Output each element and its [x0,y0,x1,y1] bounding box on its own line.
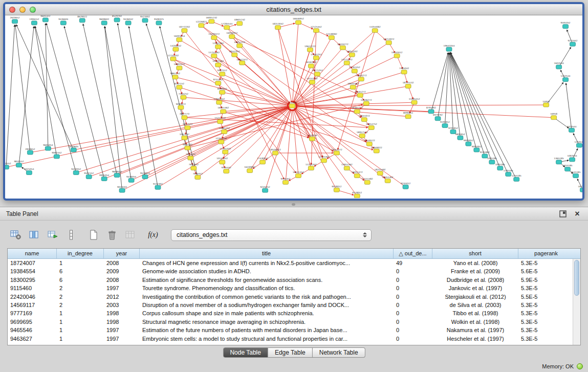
graph-node[interactable] [199,24,204,28]
graph-node[interactable] [340,46,345,50]
graph-node[interactable] [428,110,434,114]
cell-year[interactable]: 1997 [104,335,140,343]
graph-node[interactable] [349,53,355,57]
graph-node[interactable] [354,194,360,198]
cell-short[interactable]: Stergiakouli et al. (2012) [432,293,518,301]
panel-splitter[interactable] [0,201,588,207]
cell-name[interactable]: 22420046 [8,293,57,301]
graph-node[interactable] [128,178,134,182]
cell-pagerank[interactable]: 5.3E-5 [518,301,573,309]
graph-node[interactable] [114,18,120,22]
graph-node[interactable] [170,57,176,61]
memory-indicator[interactable] [577,363,583,369]
graph-node[interactable] [211,54,217,58]
network-canvas[interactable]: 1724092620652190655296053229436604862902… [5,15,582,198]
graph-node[interactable] [273,151,278,155]
graph-node[interactable] [401,70,407,74]
table-scrollbar-thumb[interactable] [574,260,579,296]
close-panel-icon[interactable]: × [573,209,582,218]
tab-network-table[interactable]: Network Table [313,347,365,358]
cell-out-degree[interactable]: 0 [394,267,432,275]
graph-node[interactable] [31,21,37,25]
cell-pagerank[interactable]: 5.5E-5 [518,293,573,301]
graph-node[interactable] [580,188,582,192]
graph-node[interactable] [142,18,148,23]
graph-node[interactable] [195,175,201,179]
graph-node[interactable] [506,172,511,177]
graph-node[interactable] [247,169,253,173]
graph-node[interactable] [359,134,365,138]
cell-out-degree[interactable]: 0 [394,326,432,334]
graph-node[interactable] [565,167,571,171]
cell-pagerank[interactable]: 5.3E-5 [518,259,573,267]
graph-node[interactable] [182,29,187,33]
cell-short[interactable]: Franke et al. (2009) [432,267,518,275]
graph-node[interactable] [185,146,190,150]
cell-year[interactable]: 2012 [104,293,140,301]
cell-pagerank[interactable]: 5.3E-5 [518,318,573,326]
graph-node[interactable] [5,165,9,169]
cell-year[interactable]: 1997 [104,284,140,292]
graph-node[interactable] [489,160,495,164]
table-row[interactable]: 14569117 2 2003 Disruption of a novel me… [8,301,573,309]
graph-node[interactable] [366,142,372,146]
graph-node[interactable] [209,19,214,24]
graph-node[interactable] [215,63,221,67]
cell-in-degree[interactable]: 2 [57,284,104,292]
table-row[interactable]: 9699695 1 1998 Structural magnetic reson… [8,318,573,326]
graph-node[interactable] [260,160,266,164]
cell-year[interactable]: 2009 [104,267,140,275]
graph-node[interactable] [16,163,21,167]
cell-name[interactable]: 18724007 [8,259,57,267]
graph-node[interactable] [215,45,221,49]
graph-node[interactable] [125,21,131,25]
graph-node[interactable] [182,136,187,140]
cell-name[interactable]: 9699695 [8,318,57,326]
graph-node[interactable] [101,177,107,181]
graph-node[interactable] [329,36,334,40]
graph-node[interactable] [543,103,549,107]
graph-node[interactable] [308,64,314,68]
graph-node[interactable] [497,166,503,170]
graph-node[interactable] [26,171,32,175]
graph-node[interactable] [177,38,182,42]
graph-node[interactable] [232,53,237,57]
cell-pagerank[interactable]: 5.3E-5 [518,326,573,334]
tab-edge-table[interactable]: Edge Table [268,347,313,358]
graph-node[interactable] [223,150,228,154]
graph-node[interactable] [290,104,295,108]
graph-node[interactable] [374,149,379,153]
graph-node[interactable] [177,85,182,89]
table-row[interactable]: 18300295 6 2008 Estimation of significan… [8,276,573,284]
cell-out-degree[interactable]: 0 [394,335,432,343]
table-row[interactable]: 9463627 1 1997 Embryonic stem cells: a m… [8,335,573,343]
column-header-year[interactable]: year [104,249,140,258]
graph-node[interactable] [263,188,268,192]
graph-node[interactable] [466,142,471,146]
graph-node[interactable] [173,47,179,51]
tab-node-table[interactable]: Node Table [223,347,268,358]
cell-in-degree[interactable]: 1 [57,318,104,326]
graph-node[interactable] [229,35,235,39]
graph-node[interactable] [446,47,452,51]
graph-node[interactable] [237,43,243,48]
graph-node[interactable] [224,26,230,30]
graph-node[interactable] [45,146,51,150]
graph-node[interactable] [42,18,48,22]
graph-node[interactable] [411,100,417,104]
graph-node[interactable] [372,29,378,33]
graph-node[interactable] [357,93,363,97]
graph-node[interactable] [474,148,480,152]
graph-node[interactable] [71,148,76,152]
import-table-icon[interactable] [123,228,138,242]
graph-node[interactable] [569,128,575,133]
graph-node[interactable] [563,78,569,82]
graph-node[interactable] [188,156,193,160]
graph-node[interactable] [551,116,557,120]
cell-out-degree[interactable]: 0 [394,276,432,284]
graph-node[interactable] [178,105,184,110]
column-header-pagerank[interactable]: pagerank [518,249,574,258]
cell-title[interactable]: Estimation of the future numbers of pati… [140,326,394,334]
cell-short[interactable]: Dudbridge et al. (2008) [432,276,518,284]
cell-out-degree[interactable]: 0 [394,293,432,301]
